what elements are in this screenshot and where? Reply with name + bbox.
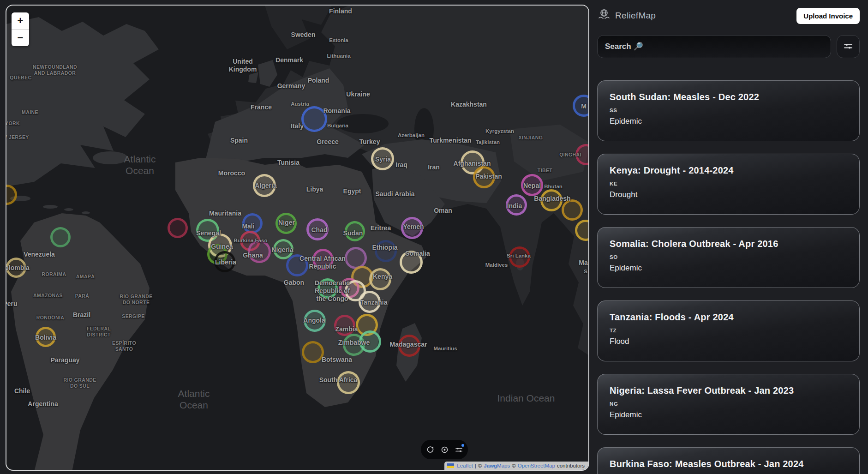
attribution-suffix: contributors <box>557 463 585 468</box>
event-marker[interactable] <box>337 371 360 394</box>
brand: ReliefMap <box>597 8 656 24</box>
event-country-code: SS <box>610 108 847 113</box>
sidebar: ReliefMap Upload Invoice South Sudan: Me… <box>589 0 868 474</box>
event-marker[interactable] <box>506 194 527 216</box>
event-title: Somalia: Cholera Outbreak - Apr 2016 <box>610 239 847 249</box>
event-marker[interactable] <box>359 330 381 353</box>
map-panel[interactable]: AtlanticOceanAtlanticOceanIndian OceanQU… <box>6 5 589 471</box>
event-marker[interactable] <box>540 189 563 211</box>
event-type: Epidemic <box>610 264 847 273</box>
notification-dot <box>461 444 464 447</box>
event-country-code: KE <box>610 181 847 186</box>
event-marker[interactable] <box>50 227 71 247</box>
event-marker[interactable] <box>242 213 263 234</box>
event-country-code: SO <box>610 254 847 260</box>
event-marker[interactable] <box>306 218 329 240</box>
event-title: South Sudan: Measles - Dec 2022 <box>610 92 847 102</box>
search-input[interactable] <box>597 35 831 58</box>
event-country-code: TZ <box>610 328 847 333</box>
event-marker[interactable] <box>509 246 530 268</box>
event-marker[interactable] <box>248 240 271 263</box>
event-title: Kenya: Drought - 2014-2024 <box>610 165 847 176</box>
event-marker[interactable] <box>562 199 583 221</box>
event-type: Epidemic <box>610 410 847 420</box>
event-title: Burkina Faso: Measles Outbreak - Jan 202… <box>610 459 847 469</box>
event-marker[interactable] <box>521 174 543 196</box>
leaflet-link[interactable]: Leaflet <box>457 463 473 468</box>
search-row <box>597 35 860 58</box>
event-marker[interactable] <box>275 213 297 234</box>
event-marker[interactable] <box>36 327 56 347</box>
event-card[interactable]: Burkina Faso: Measles Outbreak - Jan 202… <box>597 447 860 474</box>
event-marker[interactable] <box>6 258 26 278</box>
event-marker[interactable] <box>371 147 394 170</box>
map-zoom-control: + − <box>12 12 29 46</box>
sliders-icon <box>843 41 853 53</box>
filter-button[interactable] <box>837 35 860 58</box>
event-marker[interactable] <box>369 268 391 290</box>
event-marker[interactable] <box>286 254 308 276</box>
event-type: Epidemic <box>610 117 847 126</box>
sliders-icon[interactable] <box>455 445 463 454</box>
copyright-symbol: © <box>478 463 482 468</box>
attribution-divider: | <box>475 463 476 468</box>
app-root: AtlanticOceanAtlanticOceanIndian OceanQU… <box>0 0 868 474</box>
event-type: Flood <box>610 337 847 346</box>
jawg-link[interactable]: JawgMaps <box>484 463 510 468</box>
brand-name: ReliefMap <box>615 11 656 21</box>
event-card[interactable]: Nigeria: Lassa Fever Outbreak - Jan 2023… <box>597 374 860 435</box>
event-marker[interactable] <box>317 278 338 299</box>
map-toolbar <box>421 440 468 459</box>
event-card[interactable]: Kenya: Drought - 2014-2024KEDrought <box>597 154 860 215</box>
ukraine-flag-icon <box>447 463 454 468</box>
osm-link[interactable]: OpenStreetMap <box>518 463 555 468</box>
event-card[interactable]: Tanzania: Floods - Apr 2024TZFlood <box>597 300 860 361</box>
event-marker[interactable] <box>253 174 276 197</box>
event-marker[interactable] <box>398 335 420 357</box>
event-marker[interactable] <box>400 251 423 274</box>
event-marker[interactable] <box>168 218 188 238</box>
event-marker[interactable] <box>214 251 235 272</box>
event-title: Nigeria: Lassa Fever Outbreak - Jan 2023 <box>610 385 847 396</box>
event-marker[interactable] <box>359 291 381 313</box>
eye-icon[interactable] <box>440 445 449 454</box>
event-card[interactable]: South Sudan: Measles - Dec 2022SSEpidemi… <box>597 80 860 141</box>
world-landmass <box>6 6 589 471</box>
event-marker[interactable] <box>304 310 326 332</box>
event-marker[interactable] <box>334 315 355 336</box>
event-title: Tanzania: Floods - Apr 2024 <box>610 312 847 323</box>
map-attribution: Leaflet | © JawgMaps © OpenStreetMap con… <box>444 462 588 470</box>
event-card[interactable]: Somalia: Cholera Outbreak - Apr 2016SOEp… <box>597 227 860 288</box>
event-marker[interactable] <box>301 106 327 132</box>
event-list: South Sudan: Measles - Dec 2022SSEpidemi… <box>597 80 860 474</box>
event-marker[interactable] <box>312 249 334 270</box>
event-marker[interactable] <box>375 240 397 262</box>
comment-icon[interactable] <box>426 445 434 454</box>
zoom-out-button[interactable]: − <box>12 30 29 46</box>
event-marker[interactable] <box>473 166 495 188</box>
event-marker[interactable] <box>401 217 423 239</box>
zoom-in-button[interactable]: + <box>12 12 29 29</box>
copyright-symbol: © <box>512 463 515 468</box>
event-marker[interactable] <box>345 221 365 241</box>
event-type: Drought <box>610 190 847 199</box>
sidebar-header: ReliefMap Upload Invoice <box>597 6 860 26</box>
globe-hands-icon <box>597 8 611 24</box>
upload-invoice-button[interactable]: Upload Invoice <box>796 8 860 24</box>
event-marker[interactable] <box>302 341 324 363</box>
event-country-code: NG <box>610 401 847 407</box>
